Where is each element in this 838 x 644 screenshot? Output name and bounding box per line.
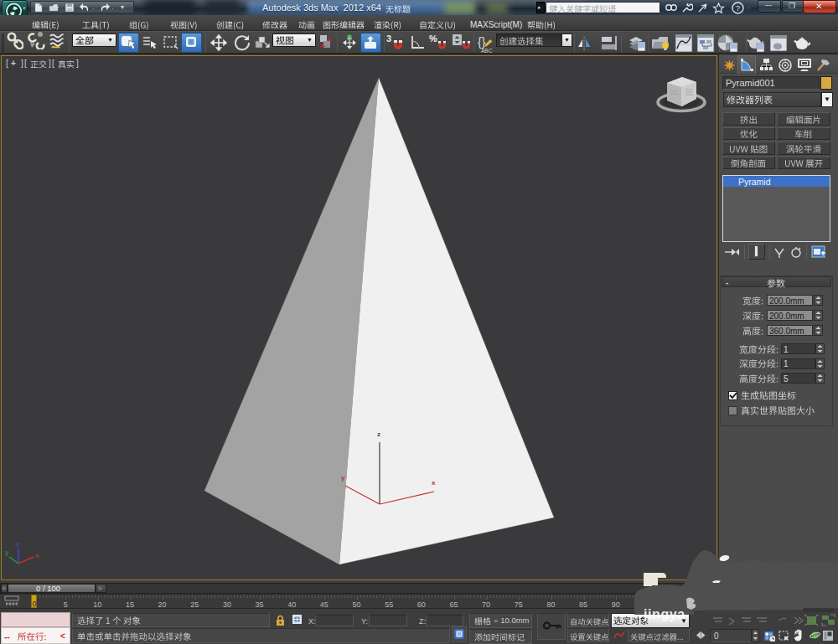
- svg-text:z: z: [16, 540, 19, 548]
- svg-text:z: z: [377, 430, 380, 438]
- svg-text:y: y: [341, 474, 345, 482]
- svg-text:x: x: [35, 552, 39, 559]
- svg-text:y: y: [5, 549, 9, 556]
- svg-text:x: x: [432, 479, 436, 487]
- svg-text:ABC: ABC: [481, 48, 493, 54]
- svg-text:?: ?: [736, 4, 740, 13]
